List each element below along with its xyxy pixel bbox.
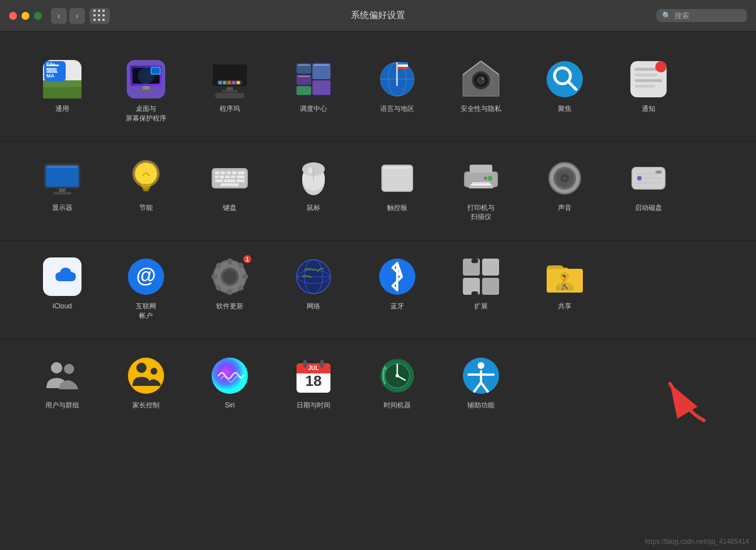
displays-icon bbox=[42, 158, 83, 199]
pref-desktop[interactable]: 桌面与屏幕保护程序 bbox=[106, 52, 186, 130]
pref-siri[interactable]: Siri bbox=[190, 349, 269, 417]
svg-rect-16 bbox=[138, 89, 154, 92]
pref-general[interactable]: File New MA 通用 bbox=[23, 52, 102, 121]
pref-startup-disk[interactable]: 启动磁盘 bbox=[609, 151, 688, 220]
back-button[interactable]: ‹ bbox=[51, 8, 67, 24]
pref-dock[interactable]: 程序坞 bbox=[190, 52, 269, 121]
svg-rect-82 bbox=[238, 171, 244, 174]
section-hardware: 显示器 bbox=[0, 142, 756, 241]
pref-icloud[interactable]: iCloud bbox=[23, 250, 102, 318]
accessibility-label: 辅助功能 bbox=[467, 401, 495, 410]
svg-rect-168 bbox=[303, 360, 307, 368]
keyboard-icon bbox=[209, 158, 250, 199]
bluetooth-label: 蓝牙 bbox=[390, 302, 404, 311]
pref-sharing[interactable]: 🚶 共享 bbox=[525, 250, 604, 318]
pref-displays[interactable]: 显示器 bbox=[23, 151, 102, 220]
siri-label: Siri bbox=[225, 401, 234, 410]
svg-text:@: @ bbox=[136, 264, 156, 287]
svg-rect-154 bbox=[482, 286, 487, 293]
software-label: 软件更新 bbox=[216, 302, 243, 311]
notifications-label: 通知 bbox=[642, 104, 655, 114]
pref-security[interactable]: 安全性与隐私 bbox=[441, 52, 521, 121]
pref-spotlight[interactable]: 聚焦 bbox=[525, 52, 604, 121]
pref-users[interactable]: 用户与群组 bbox=[23, 349, 102, 417]
pref-mouse[interactable]: 鼠标 bbox=[274, 151, 353, 220]
svg-rect-129 bbox=[227, 259, 232, 264]
datetime-icon: JUL 18 bbox=[293, 355, 334, 396]
svg-rect-102 bbox=[470, 165, 492, 173]
pref-internet-accounts[interactable]: @ 互联网帐户 bbox=[106, 250, 186, 328]
software-badge: 1 bbox=[242, 254, 252, 264]
svg-rect-61 bbox=[635, 74, 658, 76]
pref-accessibility[interactable]: 辅助功能 bbox=[441, 349, 521, 417]
close-button[interactable] bbox=[9, 12, 17, 20]
svg-rect-74 bbox=[142, 187, 150, 189]
svg-point-158 bbox=[51, 362, 62, 373]
svg-rect-88 bbox=[215, 179, 223, 182]
svg-point-181 bbox=[478, 362, 484, 369]
printer-icon bbox=[461, 158, 501, 199]
svg-rect-147 bbox=[471, 259, 478, 263]
pref-mission-control[interactable]: 调度中心 bbox=[274, 52, 353, 121]
icon-grid-4: 用户与群组 家长控制 bbox=[23, 349, 733, 417]
parental-label: 家长控制 bbox=[132, 401, 160, 410]
software-icon: 1 bbox=[209, 256, 250, 297]
svg-point-115 bbox=[563, 177, 566, 180]
svg-rect-87 bbox=[237, 175, 244, 178]
svg-rect-89 bbox=[224, 179, 235, 182]
icloud-icon bbox=[42, 256, 83, 297]
sharing-icon: 🚶 bbox=[544, 256, 585, 297]
sound-icon bbox=[544, 158, 585, 199]
svg-point-107 bbox=[484, 177, 487, 180]
datetime-label: 日期与时间 bbox=[297, 401, 330, 410]
displays-label: 显示器 bbox=[52, 203, 72, 213]
mission-icon bbox=[293, 59, 334, 100]
svg-rect-73 bbox=[141, 184, 151, 187]
pref-keyboard[interactable]: 键盘 bbox=[190, 151, 269, 220]
window-title: 系统偏好设置 bbox=[351, 10, 405, 22]
pref-language[interactable]: 语言与地区 bbox=[358, 52, 437, 121]
startup-label: 启动磁盘 bbox=[635, 203, 662, 213]
svg-point-53 bbox=[482, 78, 484, 80]
pref-bluetooth[interactable]: 蓝牙 bbox=[358, 250, 437, 318]
pref-extensions[interactable]: 扩展 bbox=[441, 250, 521, 318]
language-icon bbox=[377, 59, 418, 100]
minimize-button[interactable] bbox=[22, 12, 29, 20]
security-label: 安全性与隐私 bbox=[461, 104, 501, 114]
svg-rect-84 bbox=[220, 175, 224, 178]
svg-rect-2 bbox=[43, 87, 81, 98]
timemachine-icon bbox=[377, 355, 418, 396]
search-input[interactable] bbox=[675, 11, 741, 20]
pref-datetime[interactable]: JUL 18 日期与时间 bbox=[274, 349, 353, 417]
maximize-button[interactable] bbox=[34, 12, 42, 20]
sound-label: 声音 bbox=[558, 203, 572, 213]
trackpad-label: 触控板 bbox=[387, 203, 407, 213]
timemachine-label: 时间机器 bbox=[384, 401, 411, 410]
svg-rect-44 bbox=[398, 67, 408, 69]
nav-buttons: ‹ › bbox=[51, 8, 85, 24]
pref-timemachine[interactable]: 时间机器 bbox=[358, 349, 437, 417]
mission-label: 调度中心 bbox=[300, 104, 327, 114]
pref-software-update[interactable]: 1 软件更新 bbox=[190, 250, 269, 318]
svg-rect-22 bbox=[218, 81, 222, 84]
search-box[interactable]: 🔍 bbox=[656, 9, 747, 22]
svg-rect-24 bbox=[227, 81, 231, 84]
svg-rect-63 bbox=[635, 85, 655, 88]
svg-rect-40 bbox=[396, 62, 398, 86]
svg-text:New: New bbox=[46, 67, 58, 73]
pref-printer[interactable]: 打印机与扫描仪 bbox=[441, 151, 521, 229]
pref-notifications[interactable]: 通知 bbox=[609, 52, 688, 121]
grid-view-button[interactable] bbox=[89, 8, 110, 24]
forward-button[interactable]: › bbox=[69, 8, 85, 24]
pref-sound[interactable]: 声音 bbox=[525, 151, 604, 220]
icloud-label: iCloud bbox=[53, 302, 72, 311]
svg-point-123 bbox=[637, 176, 642, 181]
svg-rect-75 bbox=[143, 189, 149, 191]
pref-parental[interactable]: 家长控制 bbox=[106, 349, 186, 417]
pref-trackpad[interactable]: 触控板 bbox=[358, 151, 437, 220]
dock-label: 程序坞 bbox=[220, 104, 240, 114]
svg-rect-99 bbox=[384, 167, 411, 169]
svg-text:18: 18 bbox=[306, 372, 322, 389]
pref-energy[interactable]: 节能 bbox=[106, 151, 186, 220]
pref-network[interactable]: 网络 bbox=[274, 250, 353, 318]
